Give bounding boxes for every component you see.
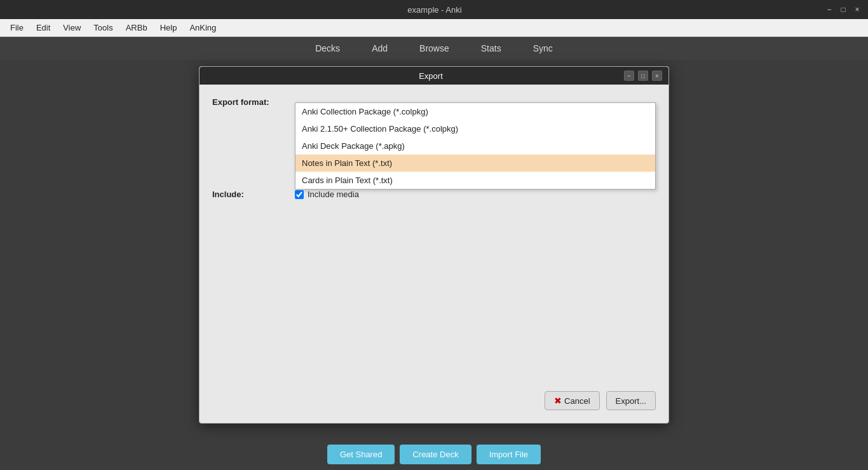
import-file-button[interactable]: Import File (477, 445, 541, 464)
dropdown-option-2[interactable]: Anki Deck Package (*.apkg) (295, 137, 655, 155)
modal-overlay: Export − □ × Export format: Anki Collect… (0, 60, 868, 438)
cancel-icon: ✖ (554, 396, 562, 406)
title-bar: example - Anki − □ × (0, 0, 868, 19)
dropdown-option-0[interactable]: Anki Collection Package (*.colpkg) (295, 103, 655, 120)
app-content: Decks Add Browse Stats Sync Export − □ × (0, 37, 868, 470)
menu-bar: File Edit View Tools ARBb Help AnKing (0, 19, 868, 37)
dialog-titlebar: Export − □ × (200, 67, 668, 85)
export-format-label: Export format: (212, 97, 295, 107)
include-media-text: Include media (308, 190, 359, 199)
export-dialog: Export − □ × Export format: Anki Collect… (199, 66, 669, 424)
dialog-controls: − □ × (624, 71, 662, 81)
nav-decks[interactable]: Decks (309, 39, 346, 57)
include-row: Include: Include media (212, 190, 656, 199)
export-format-row: Export format: Anki Collection Package (… (212, 97, 656, 107)
dropdown-option-4[interactable]: Cards in Plain Text (*.txt) (295, 172, 655, 189)
menu-tools[interactable]: Tools (88, 22, 118, 34)
title-bar-controls: − □ × (825, 5, 862, 14)
get-shared-button[interactable]: Get Shared (327, 445, 395, 464)
export-button[interactable]: Export... (606, 391, 656, 410)
nav-browse[interactable]: Browse (413, 39, 456, 57)
create-deck-button[interactable]: Create Deck (400, 445, 471, 464)
include-label: Include: (212, 190, 295, 199)
include-media-label[interactable]: Include media (295, 190, 359, 199)
menu-edit[interactable]: Edit (31, 22, 55, 34)
dialog-close-button[interactable]: × (652, 71, 662, 81)
menu-file[interactable]: File (5, 22, 29, 34)
dialog-minimize-button[interactable]: − (624, 71, 634, 81)
dialog-restore-button[interactable]: □ (638, 71, 648, 81)
menu-anking[interactable]: AnKing (184, 22, 221, 34)
nav-stats[interactable]: Stats (475, 39, 508, 57)
menu-arbb[interactable]: ARBb (121, 22, 153, 34)
cancel-label: Cancel (564, 396, 590, 406)
dialog-footer: ✖ Cancel Export... (200, 385, 668, 423)
window-title: example - Anki (44, 5, 825, 15)
dialog-body: Export format: Anki Collection Package (… (200, 85, 668, 385)
export-format-dropdown[interactable]: Anki Collection Package (*.colpkg) Anki … (295, 102, 656, 190)
include-media-checkbox[interactable] (295, 190, 304, 199)
close-button[interactable]: × (853, 5, 862, 14)
minimize-button[interactable]: − (825, 5, 834, 14)
menu-help[interactable]: Help (155, 22, 182, 34)
menu-view[interactable]: View (58, 22, 86, 34)
dropdown-option-3[interactable]: Notes in Plain Text (*.txt) (295, 155, 655, 172)
bottom-bar: Get Shared Create Deck Import File (0, 438, 868, 470)
nav-sync[interactable]: Sync (527, 39, 559, 57)
cancel-button[interactable]: ✖ Cancel (545, 391, 599, 410)
nav-bar: Decks Add Browse Stats Sync (0, 37, 868, 60)
dialog-title: Export (238, 71, 624, 81)
restore-button[interactable]: □ (839, 5, 848, 14)
dialog-spacer (212, 207, 656, 372)
nav-add[interactable]: Add (365, 39, 394, 57)
dropdown-option-1[interactable]: Anki 2.1.50+ Collection Package (*.colpk… (295, 120, 655, 137)
